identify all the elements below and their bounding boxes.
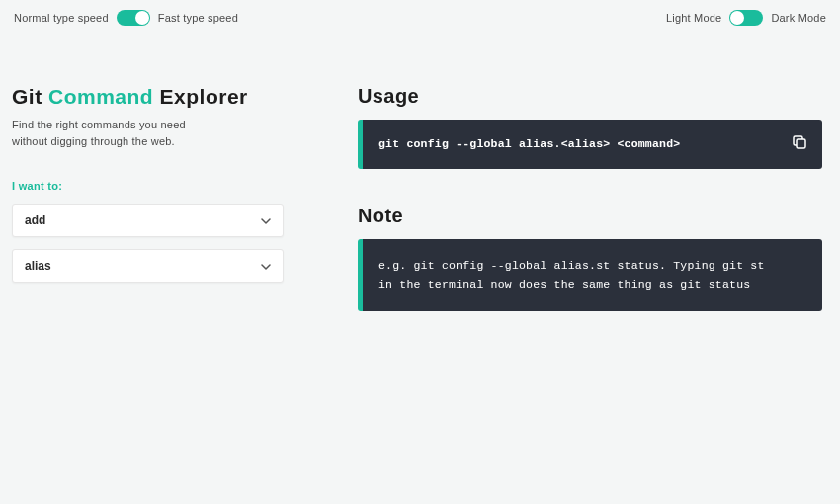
title-word-1: Git <box>12 85 42 108</box>
right-panel: Usage git config --global alias.<alias> … <box>358 85 822 311</box>
usage-heading: Usage <box>358 85 822 108</box>
secondary-select[interactable]: alias <box>12 249 284 283</box>
speed-toggle-group: Normal type speed Fast type speed <box>14 10 238 26</box>
title-word-3: Explorer <box>160 85 248 108</box>
theme-left-label: Light Mode <box>666 12 721 24</box>
note-section: Note e.g. git config --global alias.st s… <box>358 205 822 311</box>
copy-icon[interactable] <box>791 133 808 151</box>
title-word-2: Command <box>48 85 153 108</box>
theme-toggle[interactable] <box>729 10 763 26</box>
usage-section: Usage git config --global alias.<alias> … <box>358 85 822 169</box>
theme-right-label: Dark Mode <box>771 12 826 24</box>
speed-right-label: Fast type speed <box>158 12 238 24</box>
toggle-knob <box>135 11 149 25</box>
prompt-label: I want to: <box>12 180 298 192</box>
note-block: e.g. git config --global alias.st status… <box>358 239 822 311</box>
primary-select-value: add <box>25 213 45 227</box>
left-panel: Git Command Explorer Find the right comm… <box>12 85 298 311</box>
speed-left-label: Normal type speed <box>14 12 109 24</box>
speed-toggle[interactable] <box>117 10 150 26</box>
note-heading: Note <box>358 205 822 227</box>
usage-command: git config --global alias.<alias> <comma… <box>378 135 774 153</box>
page-description: Find the right commands you need without… <box>12 117 298 150</box>
note-text: e.g. git config --global alias.st status… <box>378 257 774 294</box>
primary-select[interactable]: add <box>12 204 284 237</box>
theme-toggle-group: Light Mode Dark Mode <box>666 10 826 26</box>
chevron-down-icon <box>261 261 271 271</box>
topbar: Normal type speed Fast type speed Light … <box>0 0 840 26</box>
svg-rect-0 <box>797 139 805 148</box>
toggle-knob <box>730 11 744 25</box>
usage-code-block: git config --global alias.<alias> <comma… <box>358 120 822 169</box>
chevron-down-icon <box>261 215 271 225</box>
secondary-select-value: alias <box>25 259 51 273</box>
page-title: Git Command Explorer <box>12 85 298 109</box>
